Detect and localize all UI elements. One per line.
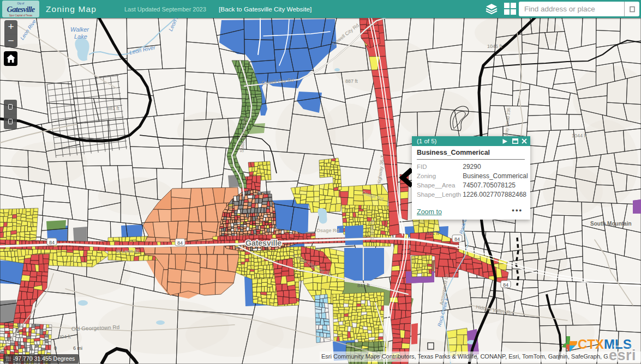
- svg-text:887 ft: 887 ft: [345, 78, 358, 84]
- svg-text:904 ft: 904 ft: [58, 334, 71, 339]
- svg-text:1045 ft: 1045 ft: [487, 44, 502, 49]
- svg-text:Walker: Walker: [70, 26, 89, 33]
- svg-text:921 ft: 921 ft: [427, 230, 439, 236]
- svg-text:Lake: Lake: [74, 33, 87, 40]
- svg-text:Osage Rd: Osage Rd: [316, 228, 339, 233]
- svg-text:881 ft: 881 ft: [107, 106, 119, 111]
- svg-text:841 ft: 841 ft: [357, 283, 370, 288]
- svg-text:1044 ft: 1044 ft: [572, 133, 587, 138]
- svg-text:W Leon St: W Leon St: [116, 248, 139, 254]
- svg-text:S 36th St: S 36th St: [369, 219, 375, 240]
- svg-text:84: 84: [177, 240, 183, 246]
- svg-text:84: 84: [49, 240, 55, 245]
- svg-text:84: 84: [503, 282, 508, 288]
- svg-text:Gatesville: Gatesville: [245, 239, 281, 247]
- svg-text:South Mountain: South Mountain: [590, 221, 632, 227]
- svg-text:84: 84: [454, 236, 460, 242]
